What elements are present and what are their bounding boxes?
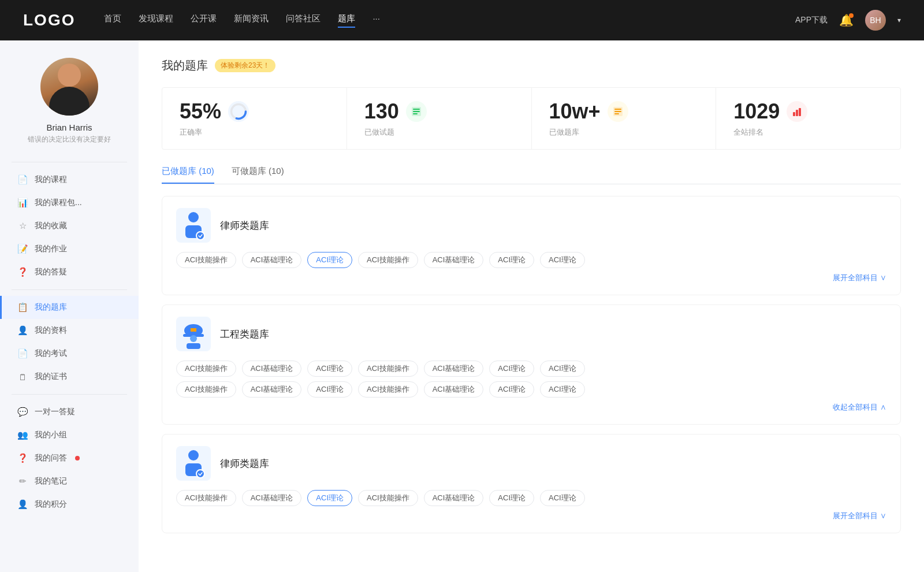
tag-2b-6[interactable]: ACI理论 [489,381,534,398]
bank-header-1: 律师类题库 [176,208,886,243]
lawyer-icon-2 [180,448,207,478]
sidebar-item-my-data[interactable]: 👤 我的资料 [0,319,139,342]
svg-rect-3 [413,109,420,110]
tag-1-4[interactable]: ACI技能操作 [358,252,418,268]
tag-2b-1[interactable]: ACI技能操作 [176,381,236,398]
sidebar-item-label: 我的考试 [35,348,67,359]
sidebar-item-homework[interactable]: 📝 我的作业 [0,237,139,261]
sidebar-item-label: 我的题库 [35,302,67,313]
nav-news[interactable]: 新闻资讯 [234,13,269,28]
my-qa-icon: ❓ [17,453,28,463]
collapse-link[interactable]: 收起全部科目 ∧ [176,402,886,413]
sidebar-divider-2 [12,289,127,290]
sidebar-item-my-course[interactable]: 📄 我的课程 [0,168,139,191]
tag-3-1[interactable]: ACI技能操作 [176,490,236,506]
avatar-image [40,58,98,116]
tag-2-4[interactable]: ACI技能操作 [358,361,418,377]
exam-icon: 📄 [17,348,28,359]
svg-point-15 [196,232,204,240]
nav-qa[interactable]: 问答社区 [286,13,321,28]
nav-home[interactable]: 首页 [104,13,121,28]
sidebar-item-label: 一对一答疑 [35,407,75,417]
sidebar-item-exam[interactable]: 📄 我的考试 [0,342,139,365]
stat-done-questions: 130 已做试题 [347,88,532,149]
rank-icon [787,101,807,122]
sidebar-item-label: 我的资料 [35,325,67,336]
certificate-icon: 🗒 [17,372,28,382]
sidebar-item-group[interactable]: 👥 我的小组 [0,424,139,447]
nav-opencourse[interactable]: 公开课 [191,13,217,28]
sidebar-item-inquiry[interactable]: ❓ 我的答疑 [0,261,139,284]
sidebar-item-notes[interactable]: ✏ 我的笔记 [0,470,139,493]
tag-2b-3[interactable]: ACI理论 [307,381,352,398]
page-title: 我的题库 [162,58,208,73]
sidebar-menu: 📄 我的课程 📊 我的课程包... ☆ 我的收藏 📝 我的作业 ❓ 我的答疑 � [0,168,139,516]
sidebar-item-question-bank[interactable]: 📋 我的题库 [0,296,139,319]
stat-done-banks: 10w+ 已做题库 [532,88,717,149]
profile-name: Brian Harris [46,122,92,132]
tag-1-6[interactable]: ACI理论 [489,252,534,268]
tag-2-3[interactable]: ACI理论 [307,361,352,377]
sidebar-item-collection[interactable]: ☆ 我的收藏 [0,214,139,237]
nav-questions[interactable]: 题库 [338,13,355,28]
tab-available-banks[interactable]: 可做题库 (10) [232,166,284,184]
tag-1-3[interactable]: ACI理论 [307,252,352,268]
main-layout: Brian Harris 错误的决定比没有决定要好 📄 我的课程 📊 我的课程包… [0,40,924,572]
sidebar-item-label: 我的小组 [35,430,67,440]
course-pack-icon: 📊 [17,198,28,208]
stat-label-done: 已做试题 [364,127,514,138]
bank-card-engineer: 工程类题库 ACI技能操作 ACI基础理论 ACI理论 ACI技能操作 ACI基… [162,304,901,425]
svg-point-23 [196,470,204,478]
svg-rect-4 [413,111,420,112]
tag-2-6[interactable]: ACI理论 [489,361,534,377]
tag-2b-5[interactable]: ACI基础理论 [424,381,484,398]
tag-2-7[interactable]: ACI理论 [540,361,585,377]
my-data-icon: 👤 [17,325,28,336]
tag-2b-2[interactable]: ACI基础理论 [242,381,302,398]
sidebar-item-label: 我的积分 [35,499,67,510]
avatar-face [58,64,81,87]
tag-3-6[interactable]: ACI理论 [489,490,534,506]
sidebar-item-certificate[interactable]: 🗒 我的证书 [0,365,139,388]
bank-header-2: 工程类题库 [176,317,886,351]
svg-rect-10 [793,112,795,116]
tag-2-2[interactable]: ACI基础理论 [242,361,302,377]
tags-row-2a: ACI技能操作 ACI基础理论 ACI理论 ACI技能操作 ACI基础理论 AC… [176,361,886,377]
tag-2-1[interactable]: ACI技能操作 [176,361,236,377]
user-menu-chevron[interactable]: ▾ [897,16,901,24]
bank-card-lawyer-1: 律师类题库 ACI技能操作 ACI基础理论 ACI理论 ACI技能操作 ACI基… [162,196,901,295]
expand-link-3[interactable]: 展开全部科目 ∨ [176,511,886,521]
tag-1-7[interactable]: ACI理论 [540,252,585,268]
stat-top: 55% [180,99,329,124]
tag-1-5[interactable]: ACI基础理论 [424,252,484,268]
user-avatar[interactable]: BH [865,10,886,31]
tag-3-7[interactable]: ACI理论 [540,490,585,506]
stat-rank: 1029 全站排名 [716,88,900,149]
tag-3-5[interactable]: ACI基础理论 [424,490,484,506]
sidebar-item-my-qa[interactable]: ❓ 我的问答 [0,447,139,470]
sidebar-item-label: 我的课程 [35,174,67,185]
accuracy-icon [228,101,249,122]
svg-point-13 [188,212,199,222]
notification-bell[interactable]: 🔔 [839,13,854,27]
sidebar-item-1on1[interactable]: 💬 一对一答疑 [0,400,139,424]
sidebar-item-course-pack[interactable]: 📊 我的课程包... [0,191,139,214]
tag-1-2[interactable]: ACI基础理论 [242,252,302,268]
tag-2-5[interactable]: ACI基础理论 [424,361,484,377]
app-download-link[interactable]: APP下载 [795,15,828,25]
expand-link-1[interactable]: 展开全部科目 ∨ [176,273,886,283]
tab-done-banks[interactable]: 已做题库 (10) [162,166,214,184]
sidebar-item-label: 我的课程包... [35,198,82,208]
tag-2b-4[interactable]: ACI技能操作 [358,381,418,398]
stat-label-rank: 全站排名 [733,127,883,138]
tag-3-4[interactable]: ACI技能操作 [358,490,418,506]
tag-3-2[interactable]: ACI基础理论 [242,490,302,506]
sidebar-item-points[interactable]: 👤 我的积分 [0,493,139,516]
tag-2b-7[interactable]: ACI理论 [540,381,585,398]
nav-more[interactable]: ··· [372,13,380,28]
tag-3-3[interactable]: ACI理论 [307,490,352,506]
stat-label-banks: 已做题库 [549,127,699,138]
tag-1-1[interactable]: ACI技能操作 [176,252,236,268]
nav-discover[interactable]: 发现课程 [139,13,173,28]
tags-row-2b: ACI技能操作 ACI基础理论 ACI理论 ACI技能操作 ACI基础理论 AC… [176,381,886,398]
